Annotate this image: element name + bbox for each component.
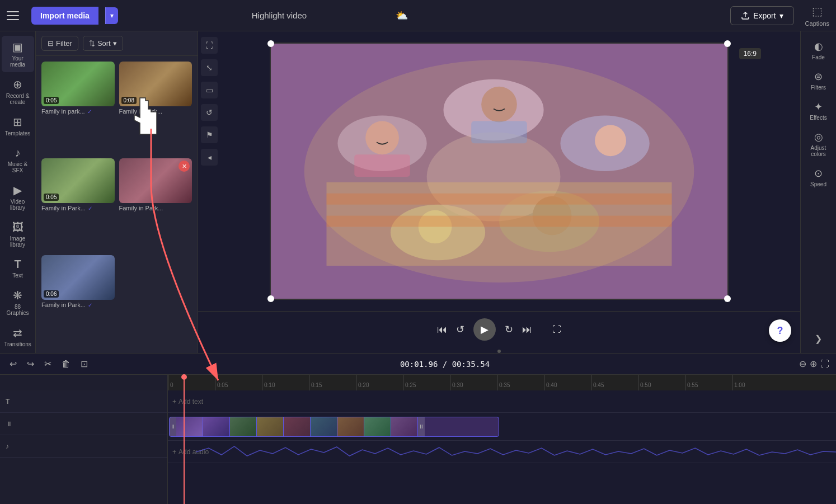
media-item-clip4[interactable]: ✕ Family in Park... <box>119 158 192 251</box>
skip-to-start-button[interactable]: ⏮ <box>437 324 447 336</box>
pause-icon: ⏸ <box>6 420 12 428</box>
right-sidebar-collapse-button[interactable]: ❯ <box>810 329 826 348</box>
clip-segment-main[interactable]: ⏸ <box>169 417 499 437</box>
rotate-tool-button[interactable]: ↺ <box>201 104 218 121</box>
delete-badge-clip4[interactable]: ✕ <box>179 161 190 172</box>
export-button[interactable]: Export ▾ <box>730 6 793 25</box>
handle-top-right[interactable] <box>724 40 731 47</box>
text-track: + Add text <box>168 390 836 413</box>
zoom-controls: ⊖ ⊕ ⛶ <box>799 359 829 369</box>
duplicate-button[interactable]: ⊡ <box>78 357 91 371</box>
sidebar-item-templates[interactable]: ⊞ Templates <box>2 111 34 141</box>
add-text-label: Add text <box>179 398 203 406</box>
media-thumb-clip2: 0:08 <box>119 62 192 106</box>
aspect-ratio-badge: 16:9 <box>739 48 761 59</box>
fast-forward-button[interactable]: ↻ <box>505 323 513 336</box>
clip-thumb-3 <box>230 417 257 437</box>
video-content-svg <box>271 44 727 299</box>
sidebar-item-your-media[interactable]: ▣ Your media <box>2 36 34 72</box>
sidebar-label-music: Music & SFX <box>4 161 32 173</box>
captions-button[interactable]: ⬚ Captions <box>805 4 829 27</box>
rewind-button[interactable]: ↺ <box>456 323 464 336</box>
audio-tool-button[interactable]: ◂ <box>201 149 218 166</box>
handle-top-left[interactable] <box>267 40 274 47</box>
waveform-svg <box>196 444 836 460</box>
playhead-track-line <box>184 390 185 504</box>
sidebar-item-record[interactable]: ⊕ Record & create <box>2 73 34 110</box>
playback-controls: ⏮ ↺ ▶ ↻ ⏭ ⛶ <box>198 311 800 347</box>
sidebar-item-image-library[interactable]: 🖼 Image library <box>2 216 34 252</box>
media-item-clip2[interactable]: Add to timeline 0:08 Family in park... <box>119 62 192 154</box>
media-label-clip1: Family in park... ✓ <box>41 108 115 115</box>
play-pause-button[interactable]: ▶ <box>473 318 496 341</box>
svg-rect-13 <box>354 154 410 177</box>
right-sidebar-item-speed[interactable]: ⊙ Speed <box>802 163 835 192</box>
main-content: ▣ Your media ⊕ Record & create ⊞ Templat… <box>0 31 836 353</box>
skip-to-end-button[interactable]: ⏭ <box>522 324 532 336</box>
sidebar-label-your-media: Your media <box>4 55 32 68</box>
export-icon <box>741 11 750 20</box>
crop-tool-button[interactable]: ⛶ <box>201 37 218 54</box>
zoom-out-button[interactable]: ⊖ <box>799 359 806 369</box>
effects-label: Effects <box>810 115 826 121</box>
sort-button[interactable]: ⇅ Sort ▾ <box>83 36 123 51</box>
screen-tool-button[interactable]: ▭ <box>201 82 218 98</box>
sidebar-item-graphics[interactable]: ❋ 88 Graphics <box>2 284 34 321</box>
right-sidebar-item-adjust-colors[interactable]: ◎ Adjust colors <box>802 126 835 162</box>
cut-button[interactable]: ✂ <box>41 357 54 371</box>
media-label-clip4: Family in Park... <box>119 205 192 211</box>
clip-handle-right[interactable]: ⏸ <box>418 417 425 437</box>
fullscreen-button[interactable]: ⛶ <box>552 324 561 335</box>
media-item-clip1[interactable]: 0:05 Family in park... ✓ <box>41 62 115 154</box>
right-sidebar-item-fade[interactable]: ◐ Fade <box>802 36 835 65</box>
svg-point-10 <box>595 125 626 156</box>
sidebar-label-templates: Templates <box>5 130 31 136</box>
cloud-save-icon: ⛅ <box>396 10 408 22</box>
right-sidebar-item-filters[interactable]: ⊜ Filters <box>802 66 835 95</box>
hamburger-menu[interactable] <box>7 7 25 25</box>
media-thumb-clip4: ✕ <box>119 158 192 203</box>
right-sidebar-item-effects[interactable]: ✦ Effects <box>802 96 835 125</box>
handle-bottom-left[interactable] <box>267 295 274 302</box>
media-item-clip5[interactable]: 0:06 Family in Park... ✓ <box>41 255 115 347</box>
video-canvas: 16:9 <box>198 31 800 311</box>
text-icon: T <box>14 258 21 271</box>
resize-tool-button[interactable]: ⤡ <box>201 59 218 76</box>
import-media-button[interactable]: Import media <box>31 7 98 25</box>
media-label-clip2: Family in park... <box>119 108 192 115</box>
text-track-icon: T <box>6 398 10 406</box>
project-title: Highlight video <box>125 11 434 20</box>
filter-button[interactable]: ⊟ Filter <box>41 36 78 51</box>
sidebar-item-music-sfx[interactable]: ♪ Music & SFX <box>2 142 34 178</box>
media-grid: 0:05 Family in park... ✓ Add to timeline… <box>36 56 198 353</box>
flag-tool-button[interactable]: ⚑ <box>201 126 218 143</box>
clip-thumb-7 <box>337 417 364 437</box>
zoom-in-button[interactable]: ⊕ <box>810 359 817 369</box>
delete-button[interactable]: 🗑 <box>59 357 73 371</box>
media-item-clip3[interactable]: 0:05 Family in Park... ✓ <box>41 158 115 251</box>
help-button[interactable]: ? <box>769 319 791 342</box>
zoom-fit-button[interactable]: ⛶ <box>820 359 829 369</box>
import-dropdown-button[interactable]: ▾ <box>105 7 118 24</box>
left-sidebar: ▣ Your media ⊕ Record & create ⊞ Templat… <box>0 31 36 353</box>
sidebar-item-transitions[interactable]: ⇄ Transitions <box>2 322 34 352</box>
ruler-mark-50: 0:50 <box>638 375 685 390</box>
add-text-button[interactable]: + Add text <box>168 397 208 407</box>
timeline-tracks: + Add text ⏸ <box>168 390 836 504</box>
duration-badge-clip3: 0:05 <box>44 194 59 201</box>
clip-thumb-2 <box>203 417 230 437</box>
speed-icon: ⊙ <box>814 167 823 180</box>
clip-handle-left[interactable]: ⏸ <box>170 417 176 437</box>
redo-button[interactable]: ↪ <box>24 357 37 371</box>
filters-icon: ⊜ <box>814 70 823 83</box>
media-toolbar: ⊟ Filter ⇅ Sort ▾ <box>36 31 198 56</box>
handle-bottom-right[interactable] <box>724 295 731 302</box>
sidebar-item-video-library[interactable]: ▶ Video library <box>2 179 34 215</box>
timeline-section: ↩ ↪ ✂ 🗑 ⊡ 00:01.96 / 00:35.54 ⊖ ⊕ ⛶ 0 0:… <box>0 353 836 504</box>
sidebar-item-text[interactable]: T Text <box>2 253 34 283</box>
ruler-mark-30: 0:30 <box>450 375 497 390</box>
ruler-mark-100: 1:00 <box>732 375 779 390</box>
playhead-dot <box>181 374 187 380</box>
fade-icon: ◐ <box>814 40 823 53</box>
undo-button[interactable]: ↩ <box>7 357 20 371</box>
